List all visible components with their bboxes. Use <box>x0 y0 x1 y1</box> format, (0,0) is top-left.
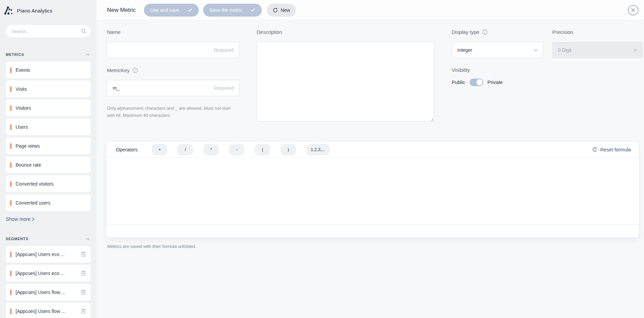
new-metric-button[interactable]: New <box>267 4 296 17</box>
info-icon[interactable] <box>482 29 488 35</box>
sidebar-segment-item[interactable]: [Appcues] Users flow ... <box>6 284 91 301</box>
metrics-collapse-icon[interactable] <box>86 54 90 56</box>
chevron-down-icon <box>534 49 538 51</box>
metrickey-field-wrap: Required <box>107 80 239 96</box>
sidebar-item-converted-users[interactable]: Converted users <box>6 194 91 211</box>
refresh-icon <box>273 7 278 13</box>
display-type-select[interactable]: Integer <box>452 42 543 58</box>
visibility-toggle[interactable] <box>470 79 483 86</box>
sidebar-segment-item[interactable]: [Appcues] Users flow ... <box>6 303 91 318</box>
segment-accent-bar <box>10 252 12 257</box>
metric-accent-bar <box>10 124 12 130</box>
sidebar-item-users[interactable]: Users <box>6 119 91 135</box>
metric-accent-bar <box>10 86 12 92</box>
visibility-private-label: Private <box>488 80 503 85</box>
metric-accent-bar <box>10 105 12 111</box>
sidebar-segment-item[interactable]: [Appcues] Users eco ... <box>6 246 91 263</box>
chevron-right-icon <box>32 217 35 221</box>
segment-item-label: [Appcues] Users flow ... <box>16 290 65 295</box>
show-more-link[interactable]: Show more <box>6 216 35 222</box>
visibility-label: Visibility <box>452 67 470 73</box>
main-area: New Metric Use and save Save the metric <box>96 0 644 318</box>
operator-plus-button[interactable]: + <box>152 144 167 155</box>
save-the-metric-label: Save the metric <box>210 7 242 13</box>
display-type-label-text: Display type <box>452 29 479 35</box>
precision-label-text: Precision <box>552 29 573 35</box>
check-icon <box>188 8 192 12</box>
page-title: New Metric <box>107 7 136 14</box>
delete-segment-button[interactable] <box>80 308 87 315</box>
metrics-section-header: METRICS <box>6 52 90 57</box>
name-input[interactable] <box>107 42 239 58</box>
reset-formula-label: Reset formula <box>600 147 631 152</box>
metric-accent-bar <box>10 181 12 187</box>
operator-divide-button[interactable]: / <box>177 144 193 155</box>
metric-accent-bar <box>10 143 12 149</box>
show-more-label: Show more <box>6 216 30 222</box>
use-and-save-button[interactable]: Use and save <box>144 4 199 17</box>
operator-open-paren-button[interactable]: ( <box>255 144 270 155</box>
sidebar-item-converted-visitors[interactable]: Converted visitors <box>6 175 91 192</box>
sidebar-item-label: Converted visitors <box>16 181 53 187</box>
reset-formula-button[interactable]: Reset formula <box>592 147 631 152</box>
formula-editor[interactable] <box>107 157 639 225</box>
check-icon <box>251 8 255 12</box>
operator-close-paren-button[interactable]: ) <box>280 144 296 155</box>
sidebar-segment-item[interactable]: [Appcues] Users eco ... <box>6 265 91 282</box>
sidebar-item-bounce-rate[interactable]: Bounce rate <box>6 156 91 173</box>
formula-panel: Operators + / * - ( ) 1,2,3,... Re <box>107 142 639 237</box>
new-button-label: New <box>281 7 290 13</box>
sidebar-item-visitors[interactable]: Visitors <box>6 100 91 116</box>
segment-accent-bar <box>10 271 12 276</box>
refresh-icon <box>592 147 597 152</box>
delete-segment-button[interactable] <box>80 270 87 277</box>
delete-segment-button[interactable] <box>80 289 87 296</box>
topbar: New Metric Use and save Save the metric <box>96 0 644 20</box>
name-label: Name <box>107 29 121 35</box>
operator-multiply-button[interactable]: * <box>203 144 219 155</box>
save-the-metric-button[interactable]: Save the metric <box>203 4 262 17</box>
segment-item-label: [Appcues] Users eco ... <box>16 252 65 257</box>
visibility-public-label: Public <box>452 80 465 85</box>
metrics-section-title: METRICS <box>6 52 24 57</box>
use-and-save-label: Use and save <box>150 7 179 13</box>
sidebar-item-label: Bounce rate <box>16 162 41 168</box>
description-label: Description <box>257 29 282 35</box>
close-icon[interactable] <box>627 4 639 16</box>
info-icon[interactable] <box>132 68 138 73</box>
app-root: Piano Analytics METRICS Events Visits <box>0 0 644 318</box>
brand-title: Piano Analytics <box>17 8 52 14</box>
metric-accent-bar <box>10 162 12 168</box>
sidebar-item-label: Visitors <box>16 105 31 111</box>
metrickey-input[interactable] <box>107 80 239 96</box>
description-textarea[interactable] <box>257 42 434 122</box>
name-label-text: Name <box>107 29 121 35</box>
precision-label: Precision <box>552 29 573 35</box>
sidebar-item-label: Events <box>16 67 30 73</box>
toggle-knob <box>476 79 482 85</box>
sidebar-item-visits[interactable]: Visits <box>6 81 91 98</box>
sidebar: Piano Analytics METRICS Events Visits <box>0 0 96 318</box>
sidebar-item-label: Page views <box>16 143 40 149</box>
delete-segment-button[interactable] <box>80 251 87 258</box>
segments-section-title: SEGMENTS <box>6 237 28 241</box>
formula-footer <box>107 225 639 237</box>
sidebar-item-label: Converted users <box>16 200 50 206</box>
metric-form: Name Required MetricKey Required Only al… <box>96 20 644 318</box>
operator-minus-button[interactable]: - <box>229 144 244 155</box>
sidebar-item-label: Users <box>16 124 28 130</box>
operator-number-button[interactable]: 1,2,3,... <box>306 144 329 155</box>
segments-collapse-icon[interactable] <box>86 238 90 240</box>
metric-accent-bar <box>10 200 12 206</box>
segment-accent-bar <box>10 309 12 314</box>
metrickey-help-text: Only alphanumeric characters and _ are a… <box>107 105 239 119</box>
sidebar-item-label: Visits <box>16 86 27 92</box>
sidebar-item-events[interactable]: Events <box>6 62 91 79</box>
search-input[interactable] <box>6 25 91 38</box>
search-icon <box>81 28 86 34</box>
visibility-control: Public Private <box>452 79 503 86</box>
piano-analytics-logo-icon <box>4 6 13 16</box>
sidebar-item-page-views[interactable]: Page views <box>6 137 91 154</box>
metrickey-label: MetricKey <box>107 67 138 73</box>
segment-accent-bar <box>10 290 12 295</box>
